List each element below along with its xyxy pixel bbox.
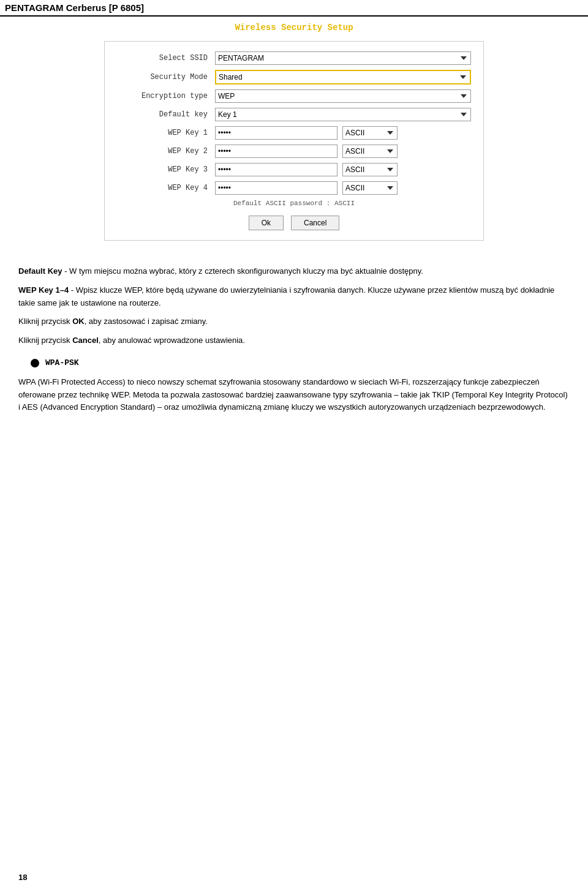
security-mode-label: Security Mode [117,73,215,81]
wpa-psk-description: WPA (Wi-Fi Protected Access) to nieco no… [18,376,570,414]
wep-key-desc-text: - Wpisz klucze WEP, które będą używane d… [18,285,554,307]
security-mode-select[interactable]: Shared [215,70,471,85]
ok-term: OK [72,317,85,326]
cancel-button[interactable]: Cancel [291,216,339,230]
wep-key-row-3: WEP Key 3ASCII [117,163,471,176]
wep-key-encoding-select-3[interactable]: ASCII [342,163,398,176]
wep-key-input-2[interactable] [215,145,337,158]
wep-key-term: WEP Key 1–4 [18,285,69,295]
ssid-control: PENTAGRAM [215,51,471,65]
ascii-note: Default ASCII password : ASCII [117,200,471,207]
ssid-row: Select SSID PENTAGRAM [117,51,471,65]
default-key-description: Default Key - W tym miejscu można wybrać… [18,265,570,278]
wep-key-label-1: WEP Key 1 [117,129,215,137]
encryption-row: Encryption type WEP [117,89,471,103]
wep-key-encoding-select-1[interactable]: ASCII [342,126,398,140]
encryption-control: WEP [215,89,471,103]
encryption-label: Encryption type [117,92,215,100]
wireless-security-form: Select SSID PENTAGRAM Security Mode Shar… [104,41,484,241]
button-row: Ok Cancel [117,216,471,230]
wep-key-encoding-select-2[interactable]: ASCII [342,145,398,158]
security-mode-control: Shared [215,70,471,85]
page-number: 18 [18,873,27,882]
default-key-label: Default key [117,110,215,119]
wep-key-row-1: WEP Key 1ASCII [117,126,471,140]
wep-key-input-4[interactable] [215,181,337,195]
description-area: Default Key - W tym miejscu można wybrać… [0,253,588,432]
wep-key-input-3[interactable] [215,163,337,176]
wpa-psk-title: WPA-PSK [45,357,79,370]
default-key-term: Default Key [18,266,62,276]
wep-key-label-4: WEP Key 4 [117,184,215,192]
default-key-desc-text: - W tym miejscu można wybrać, który z cz… [64,266,423,276]
wep-key-input-1[interactable] [215,126,337,140]
wep-key-description: WEP Key 1–4 - Wpisz klucze WEP, które bę… [18,284,570,310]
wep-key-label-3: WEP Key 3 [117,165,215,174]
wep-key-label-2: WEP Key 2 [117,147,215,156]
wpa-psk-section: WPA-PSK [31,357,570,370]
page-content: Wireless Security Setup Select SSID PENT… [0,17,588,253]
section-heading: Wireless Security Setup [18,23,570,32]
wep-key-encoding-select-4[interactable]: ASCII [342,181,398,195]
encryption-select[interactable]: WEP [215,89,471,103]
default-key-row: Default key Key 1 [117,108,471,121]
ok-description: Kliknij przycisk OK, aby zastosować i za… [18,315,570,328]
title-bar: PENTAGRAM Cerberus [P 6805] [0,0,588,17]
ssid-select[interactable]: PENTAGRAM [215,51,471,65]
wep-keys-container: WEP Key 1ASCIIWEP Key 2ASCIIWEP Key 3ASC… [117,126,471,195]
ok-button[interactable]: Ok [249,216,284,230]
security-mode-row: Security Mode Shared [117,70,471,85]
ssid-label: Select SSID [117,54,215,62]
wep-key-row-4: WEP Key 4ASCII [117,181,471,195]
default-key-control: Key 1 [215,108,471,121]
bullet-icon [31,359,39,367]
wep-key-row-2: WEP Key 2ASCII [117,145,471,158]
default-key-select[interactable]: Key 1 [215,108,471,121]
cancel-description: Kliknij przycisk Cancel, aby anulować wp… [18,334,570,347]
page-title: PENTAGRAM Cerberus [P 6805] [5,2,583,13]
cancel-term: Cancel [72,336,99,345]
